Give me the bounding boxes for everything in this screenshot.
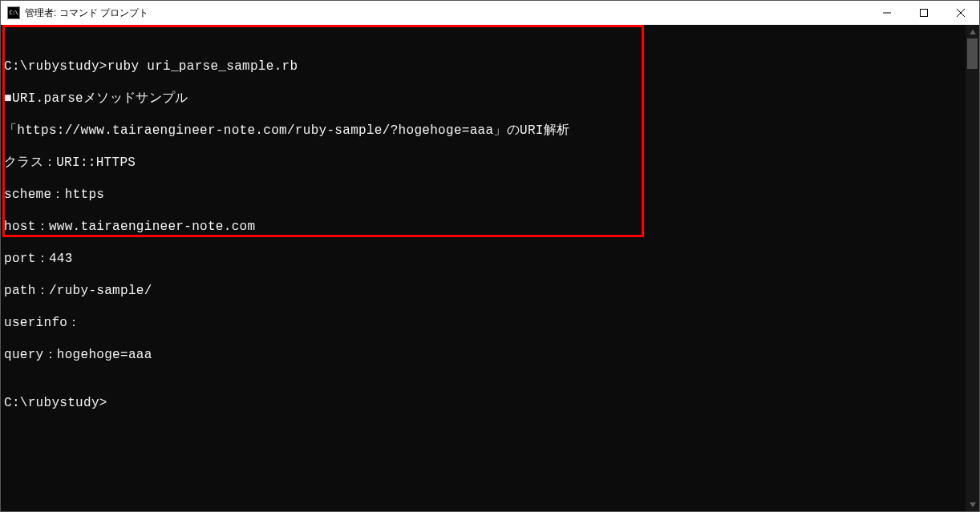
svg-marker-5 — [970, 502, 976, 507]
terminal-output: C:\rubystudy>ruby uri_parse_sample.rb ■U… — [1, 25, 966, 443]
window-controls — [869, 1, 979, 25]
maximize-button[interactable] — [905, 1, 942, 25]
scrollbar-track[interactable] — [966, 38, 979, 498]
terminal-viewport[interactable]: C:\rubystudy>ruby uri_parse_sample.rb ■U… — [1, 25, 966, 511]
window-title: 管理者: コマンド プロンプト — [25, 6, 148, 20]
chevron-down-icon — [970, 502, 976, 507]
terminal-line: scheme：https — [4, 187, 966, 203]
svg-marker-4 — [970, 30, 976, 34]
vertical-scrollbar[interactable] — [966, 25, 979, 511]
terminal-line: query：hogehoge=aaa — [4, 347, 966, 363]
minimize-button[interactable] — [869, 1, 905, 25]
maximize-icon — [920, 9, 928, 17]
client-area: C:\rubystudy>ruby uri_parse_sample.rb ■U… — [1, 25, 979, 511]
scrollbar-thumb[interactable] — [967, 38, 978, 69]
scroll-up-button[interactable] — [966, 25, 979, 38]
close-button[interactable] — [942, 1, 979, 25]
scroll-down-button[interactable] — [966, 498, 979, 511]
terminal-line: port：443 — [4, 251, 966, 267]
terminal-line: クラス：URI::HTTPS — [4, 155, 966, 171]
terminal-line: C:\rubystudy>ruby uri_parse_sample.rb — [4, 58, 966, 75]
chevron-up-icon — [970, 30, 976, 34]
minimize-icon — [883, 9, 891, 17]
title-bar[interactable]: C:\ 管理者: コマンド プロンプト — [1, 1, 979, 25]
terminal-line: ■URI.parseメソッドサンプル — [4, 91, 966, 107]
svg-rect-1 — [921, 10, 928, 17]
terminal-line: 「https://www.tairaengineer-note.com/ruby… — [4, 123, 966, 139]
terminal-line: host：www.tairaengineer-note.com — [4, 219, 966, 235]
terminal-line: userinfo： — [4, 315, 966, 331]
app-icon: C:\ — [7, 6, 20, 19]
terminal-line: C:\rubystudy> — [4, 395, 966, 411]
command-prompt-window: C:\ 管理者: コマンド プロンプト C:\rubystudy>ruby ur… — [0, 0, 980, 512]
terminal-line: path：/ruby-sample/ — [4, 283, 966, 299]
close-icon — [957, 9, 965, 17]
